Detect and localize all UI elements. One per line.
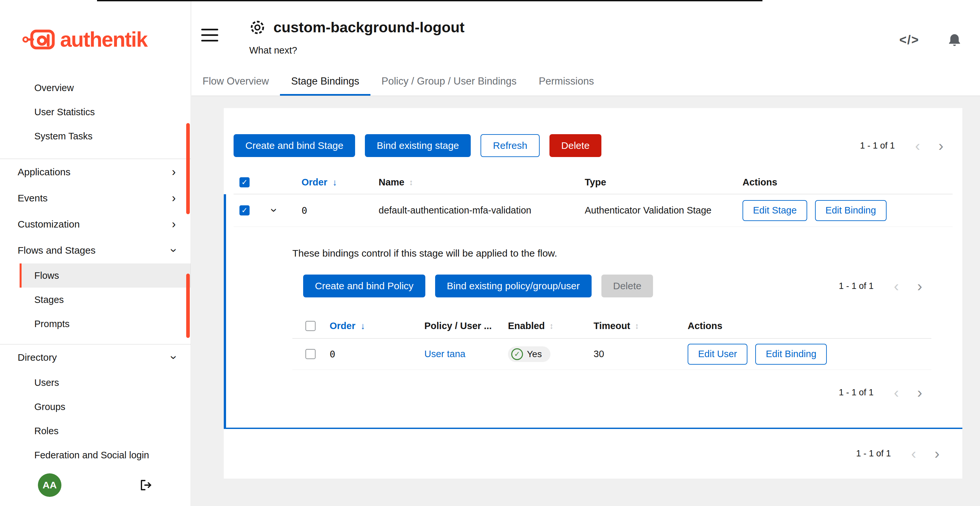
expansion-description: These bindings control if this stage wil… [293, 248, 931, 259]
pagination-next-icon[interactable]: › [908, 385, 931, 400]
column-header-actions: Actions [740, 177, 953, 188]
sort-desc-icon: ↓ [361, 321, 365, 332]
enabled-status-label: Yes [527, 349, 542, 359]
create-and-bind-stage-button[interactable]: Create and bind Stage [234, 134, 355, 157]
window-top-edge [97, 0, 762, 1]
sidebar-item-overview[interactable]: Overview [0, 76, 191, 100]
tab-policy-group-user-bindings[interactable]: Policy / Group / User Bindings [371, 68, 528, 96]
sidebar-item-label: Stages [34, 295, 64, 305]
sidebar-flows-children: Flows Stages Prompts [0, 263, 191, 344]
column-header-name[interactable]: Name ↕ [371, 177, 577, 188]
tab-stage-bindings[interactable]: Stage Bindings [280, 68, 371, 96]
header-icons: </> [899, 24, 962, 56]
sidebar: authentik Overview User Statistics Syste… [0, 0, 191, 506]
sidebar-section-flows-and-stages[interactable]: Flows and Stages › [0, 237, 191, 263]
sidebar-scrollbar-thumb[interactable] [186, 123, 190, 214]
cell-actions: Edit Stage Edit Binding [740, 200, 953, 221]
api-code-icon[interactable]: </> [899, 33, 919, 47]
row-checkbox[interactable]: ✓ [239, 205, 250, 216]
sidebar-item-groups[interactable]: Groups [0, 395, 191, 419]
bind-existing-policy-button[interactable]: Bind existing policy/group/user [435, 274, 592, 297]
enabled-status-badge: ✓ Yes [508, 346, 550, 362]
chevron-right-icon: › [172, 166, 176, 178]
sidebar-section-applications[interactable]: Applications › [0, 159, 191, 185]
delete-policy-binding-button[interactable]: Delete [601, 274, 653, 297]
sidebar-item-label: Federation and Social login [34, 450, 149, 461]
sidebar-item-label: Flows [34, 270, 59, 281]
row-expander-chevron-icon[interactable]: › [268, 208, 280, 212]
select-all-checkbox[interactable]: ✓ [239, 177, 250, 187]
pagination-prev-icon[interactable]: ‹ [885, 278, 908, 293]
tab-permissions[interactable]: Permissions [528, 68, 605, 96]
refresh-button[interactable]: Refresh [480, 134, 540, 157]
pagination-bottom: 1 - 1 of 1 ‹ › [234, 446, 953, 461]
edit-stage-button[interactable]: Edit Stage [743, 200, 807, 221]
page-header: custom-background-logout What next? </> … [191, 0, 980, 96]
sidebar-item-flows[interactable]: Flows [20, 263, 191, 288]
pagination-next-icon[interactable]: › [929, 138, 953, 153]
sidebar-item-label: Groups [34, 401, 65, 412]
sidebar-section-label: Events [18, 193, 48, 204]
edit-binding-button[interactable]: Edit Binding [755, 344, 827, 365]
sidebar-section-directory[interactable]: Directory › [0, 344, 191, 371]
pagination-next-icon[interactable]: › [926, 446, 949, 461]
sidebar-section-label: Directory [18, 352, 57, 363]
chevron-down-icon: › [168, 355, 180, 359]
cell-order: 0 [325, 349, 420, 360]
avatar[interactable]: AA [38, 473, 61, 497]
authentik-logo[interactable]: authentik [0, 0, 191, 65]
tab-label: Stage Bindings [291, 75, 360, 87]
column-header-order[interactable]: Order ↓ [325, 320, 420, 332]
policy-bindings-toolbar: Create and bind Policy Bind existing pol… [303, 274, 931, 297]
cell-actions: Edit User Edit Binding [681, 344, 931, 365]
sidebar-section-customization[interactable]: Customization › [0, 211, 191, 237]
delete-button[interactable]: Delete [549, 134, 601, 157]
notifications-bell-icon[interactable] [947, 33, 962, 48]
pagination-policy-bottom: 1 - 1 of 1 ‹ › [293, 385, 931, 400]
sidebar-item-federation-social-login[interactable]: Federation and Social login [0, 443, 191, 467]
tab-label: Policy / Group / User Bindings [382, 75, 517, 87]
pagination-policy-top: 1 - 1 of 1 ‹ › [839, 278, 931, 293]
select-all-policies-checkbox[interactable] [305, 321, 315, 331]
policy-table-row[interactable]: 0 User tana ✓ Yes [293, 338, 931, 370]
sidebar-item-label: Prompts [34, 319, 70, 329]
column-header-policy-user: Policy / User ... [420, 320, 505, 332]
pagination-prev-icon[interactable]: ‹ [906, 138, 929, 153]
edit-binding-button[interactable]: Edit Binding [815, 200, 886, 221]
stage-bindings-toolbar: Create and bind Stage Bind existing stag… [234, 134, 953, 157]
sidebar-main-nav: Applications › Events › Customization › … [0, 159, 191, 467]
column-header-timeout[interactable]: Timeout ↕ [590, 320, 681, 332]
pagination-next-icon[interactable]: › [908, 278, 931, 293]
policy-table-header: Order ↓ Policy / User ... Enabled ↕ [293, 314, 931, 338]
sidebar-item-users[interactable]: Users [0, 371, 191, 395]
pagination-prev-icon[interactable]: ‹ [885, 385, 908, 400]
sidebar-item-label: Overview [34, 82, 74, 94]
page-subtitle: What next? [249, 45, 465, 56]
logout-icon[interactable] [139, 478, 153, 492]
sidebar-scrollbar-thumb[interactable] [186, 274, 190, 338]
tab-bar: Flow Overview Stage Bindings Policy / Gr… [191, 68, 980, 96]
policy-row-checkbox[interactable] [305, 349, 315, 359]
user-link[interactable]: User tana [424, 349, 466, 359]
tab-label: Flow Overview [202, 75, 269, 87]
column-header-order[interactable]: Order ↓ [293, 177, 371, 188]
stage-table-row[interactable]: ✓ › 0 default-authentication-mfa-validat… [234, 194, 953, 227]
sidebar-item-prompts[interactable]: Prompts [0, 312, 191, 336]
tab-flow-overview[interactable]: Flow Overview [191, 68, 280, 96]
pagination-label: 1 - 1 of 1 [839, 387, 874, 398]
bind-existing-stage-button[interactable]: Bind existing stage [365, 134, 471, 157]
sidebar-section-label: Flows and Stages [18, 245, 95, 256]
sidebar-item-stages[interactable]: Stages [0, 288, 191, 312]
create-and-bind-policy-button[interactable]: Create and bind Policy [303, 274, 425, 297]
check-icon: ✓ [242, 178, 248, 187]
sidebar-item-roles[interactable]: Roles [0, 419, 191, 443]
avatar-initials: AA [43, 479, 57, 491]
edit-user-button[interactable]: Edit User [687, 344, 748, 365]
pagination-prev-icon[interactable]: ‹ [902, 446, 925, 461]
sidebar-item-system-tasks[interactable]: System Tasks [0, 124, 191, 148]
sidebar-item-user-statistics[interactable]: User Statistics [0, 100, 191, 124]
sidebar-section-events[interactable]: Events › [0, 185, 191, 211]
page-title: custom-background-logout [274, 19, 465, 36]
column-header-enabled[interactable]: Enabled ↕ [505, 320, 590, 332]
menu-icon[interactable] [201, 29, 218, 56]
